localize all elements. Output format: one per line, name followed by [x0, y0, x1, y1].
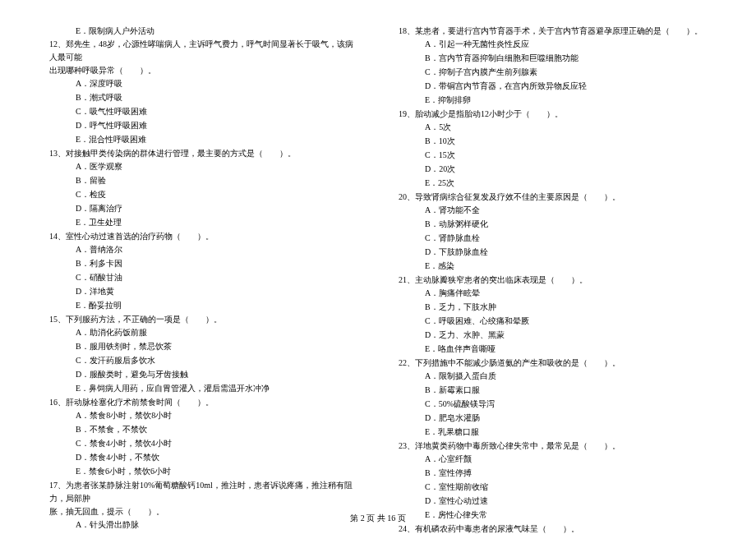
q12-option-a: A．深度呼吸: [49, 77, 357, 90]
q15-option-a: A．助消化药饭前服: [49, 326, 357, 339]
q14-option-d: D．洋地黄: [49, 285, 357, 298]
q18-option-c: C．抑制子宫内膜产生前列腺素: [399, 66, 707, 79]
q15-stem: 15、下列服药方法，不正确的一项是（ ）。: [49, 313, 357, 326]
q23-option-a: A．心室纤颤: [399, 453, 707, 466]
q17-stem-1: 17、为患者张某静脉注射10%葡萄糖酸钙10ml，推注时，患者诉说疼痛，推注稍有…: [49, 479, 357, 505]
q18-option-b: B．宫内节育器抑制白细胞和巨噬细胞功能: [399, 52, 707, 65]
q20-option-d: D．下肢静脉血栓: [399, 246, 707, 259]
q12-option-d: D．呼气性呼吸困难: [49, 119, 357, 132]
q20-option-e: E．感染: [399, 260, 707, 273]
q21-option-b: B．乏力，下肢水肿: [399, 301, 707, 314]
q12-stem-1: 12、郑先生，48岁，心源性哮喘病人，主诉呼气费力，呼气时间显著长于吸气，该病人…: [49, 38, 357, 64]
q18-option-e: E．抑制排卵: [399, 94, 707, 107]
q15-option-c: C．发汗药服后多饮水: [49, 354, 357, 367]
q14-option-e: E．酚妥拉明: [49, 299, 357, 312]
q19-option-b: B．10次: [399, 135, 707, 148]
q13-option-e: E．卫生处理: [49, 216, 357, 229]
q16-option-c: C．禁食4小时，禁饮4小时: [49, 437, 357, 450]
q15-option-d: D．服酸类时，避免与牙齿接触: [49, 368, 357, 381]
q21-option-e: E．咯血伴声音嘶哑: [399, 343, 707, 356]
q12-stem-2: 出现哪种呼吸异常（ ）。: [49, 64, 357, 77]
page-footer: 第 2 页 共 16 页: [0, 513, 756, 524]
q18-option-a: A．引起一种无菌性炎性反应: [399, 38, 707, 51]
content-columns: E．限制病人户外活动 12、郑先生，48岁，心源性哮喘病人，主诉呼气费力，呼气时…: [49, 25, 707, 534]
q14-stem: 14、室性心动过速首选的治疗药物（ ）。: [49, 230, 357, 243]
q20-option-a: A．肾功能不全: [399, 204, 707, 217]
q22-option-d: D．肥皂水灌肠: [399, 412, 707, 425]
q21-option-c: C．呼吸困难、心绞痛和晕厥: [399, 315, 707, 328]
q22-option-e: E．乳果糖口服: [399, 426, 707, 439]
q19-option-e: E．25次: [399, 177, 707, 190]
q18-option-d: D．带铜宫内节育器，在宫内所致异物反应轻: [399, 80, 707, 93]
q23-option-c: C．室性期前收缩: [399, 481, 707, 494]
q20-option-c: C．肾静脉血栓: [399, 232, 707, 245]
q23-option-d: D．室性心动过速: [399, 495, 707, 508]
q20-option-b: B．动脉粥样硬化: [399, 218, 707, 231]
q19-option-a: A．5次: [399, 121, 707, 134]
q22-option-c: C．50%硫酸镁导泻: [399, 398, 707, 411]
q23-option-b: B．室性停搏: [399, 467, 707, 480]
q16-option-b: B．不禁食，不禁饮: [49, 423, 357, 436]
q16-stem: 16、肝动脉栓塞化疗术前禁食时间（ ）。: [49, 396, 357, 409]
q16-option-d: D．禁食4小时，不禁饮: [49, 451, 357, 464]
q19-option-c: C．15次: [399, 149, 707, 162]
q13-option-a: A．医学观察: [49, 160, 357, 173]
q14-option-a: A．普纳洛尔: [49, 243, 357, 256]
q21-option-d: D．乏力、水肿、黑蒙: [399, 329, 707, 342]
q12-option-b: B．潮式呼吸: [49, 91, 357, 104]
q15-option-e: E．鼻饲病人用药，应自胃管灌入，灌后需温开水冲净: [49, 382, 357, 395]
q22-option-a: A．限制摄入蛋白质: [399, 370, 707, 383]
q13-option-d: D．隔离治疗: [49, 202, 357, 215]
q13-option-c: C．检疫: [49, 188, 357, 201]
q16-option-e: E．禁食6小时，禁饮6小时: [49, 465, 357, 478]
q13-option-b: B．留验: [49, 174, 357, 187]
q21-stem: 21、主动脉瓣狭窄患者的突出临床表现是（ ）。: [399, 274, 707, 287]
q12-option-e: E．混合性呼吸困难: [49, 133, 357, 146]
q22-option-b: B．新霉素口服: [399, 384, 707, 397]
q16-option-a: A．禁食8小时，禁饮8小时: [49, 409, 357, 422]
q21-option-a: A．胸痛伴眩晕: [399, 287, 707, 300]
q18-stem: 18、某患者，要进行宫内节育器手术，关于宫内节育器避孕原理正确的是（ ）。: [399, 25, 707, 38]
q19-option-d: D．20次: [399, 163, 707, 176]
q14-option-b: B．利多卡因: [49, 257, 357, 270]
right-column: 18、某患者，要进行宫内节育器手术，关于宫内节育器避孕原理正确的是（ ）。 A．…: [399, 25, 707, 534]
q11-option-e: E．限制病人户外活动: [49, 25, 357, 38]
q12-option-c: C．吸气性呼吸困难: [49, 105, 357, 118]
q14-option-c: C．硝酸甘油: [49, 271, 357, 284]
q22-stem: 22、下列措施中不能减少肠道氨的产生和吸收的是（ ）。: [399, 357, 707, 370]
q24-stem: 24、有机磷农药中毒患者的尿液气味呈（ ）。: [399, 522, 707, 534]
q19-stem: 19、胎动减少是指胎动12小时少于（ ）。: [399, 108, 707, 121]
q13-stem: 13、对接触甲类传染病的群体进行管理，最主要的方式是（ ）。: [49, 147, 357, 160]
q15-option-b: B．服用铁剂时，禁忌饮茶: [49, 340, 357, 353]
q20-stem: 20、导致肾病综合征复发及疗效不佳的主要原因是（ ）。: [399, 191, 707, 204]
q23-stem: 23、洋地黄类药物中毒所致心律失常中，最常见是（ ）。: [399, 440, 707, 453]
left-column: E．限制病人户外活动 12、郑先生，48岁，心源性哮喘病人，主诉呼气费力，呼气时…: [49, 25, 357, 534]
